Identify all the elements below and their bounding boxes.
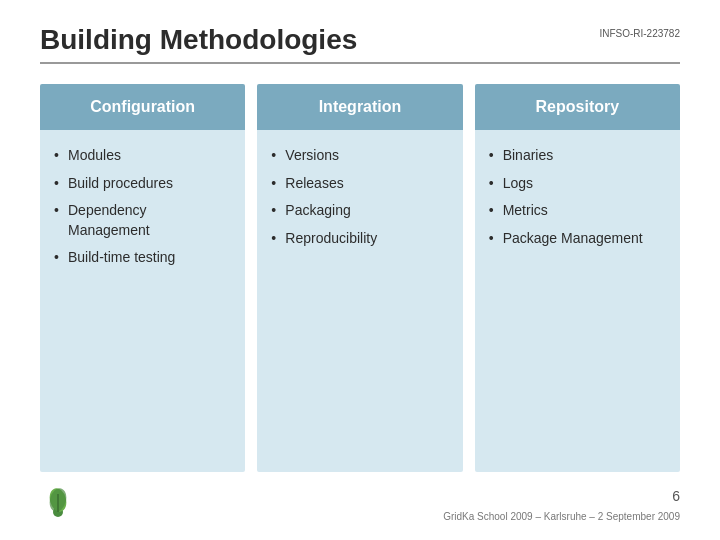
list-item: Versions (271, 146, 448, 166)
column-integration-body: Versions Releases Packaging Reproducibil… (257, 130, 462, 472)
integration-list: Versions Releases Packaging Reproducibil… (271, 146, 448, 248)
list-item: Dependency Management (54, 201, 231, 240)
list-item: Build-time testing (54, 248, 231, 268)
header-divider (40, 62, 680, 64)
infso-badge: INFSO-RI-223782 (599, 28, 680, 39)
footer-text: GridKa School 2009 – Karlsruhe – 2 Septe… (443, 511, 680, 522)
column-repository: Repository Binaries Logs Metrics Package… (475, 84, 680, 472)
column-repository-body: Binaries Logs Metrics Package Management (475, 130, 680, 472)
slide-header: Building Methodologies INFSO-RI-223782 (40, 24, 680, 56)
slide: Building Methodologies INFSO-RI-223782 C… (0, 0, 720, 540)
list-item: Releases (271, 174, 448, 194)
column-repository-header: Repository (475, 84, 680, 130)
list-item: Modules (54, 146, 231, 166)
page-title: Building Methodologies (40, 24, 357, 56)
repository-list: Binaries Logs Metrics Package Management (489, 146, 666, 248)
column-configuration: Configuration Modules Build procedures D… (40, 84, 245, 472)
column-integration-header: Integration (257, 84, 462, 130)
column-integration: Integration Versions Releases Packaging … (257, 84, 462, 472)
configuration-list: Modules Build procedures Dependency Mana… (54, 146, 231, 268)
list-item: Reproducibility (271, 229, 448, 249)
footer-logo (40, 484, 76, 524)
list-item: Metrics (489, 201, 666, 221)
list-item: Package Management (489, 229, 666, 249)
columns-container: Configuration Modules Build procedures D… (40, 84, 680, 472)
list-item: Packaging (271, 201, 448, 221)
footer-info: 6 GridKa School 2009 – Karlsruhe – 2 Sep… (443, 488, 680, 524)
page-number: 6 (443, 488, 680, 504)
column-configuration-body: Modules Build procedures Dependency Mana… (40, 130, 245, 472)
list-item: Binaries (489, 146, 666, 166)
list-item: Build procedures (54, 174, 231, 194)
slide-footer: 6 GridKa School 2009 – Karlsruhe – 2 Sep… (40, 484, 680, 524)
list-item: Logs (489, 174, 666, 194)
column-configuration-header: Configuration (40, 84, 245, 130)
